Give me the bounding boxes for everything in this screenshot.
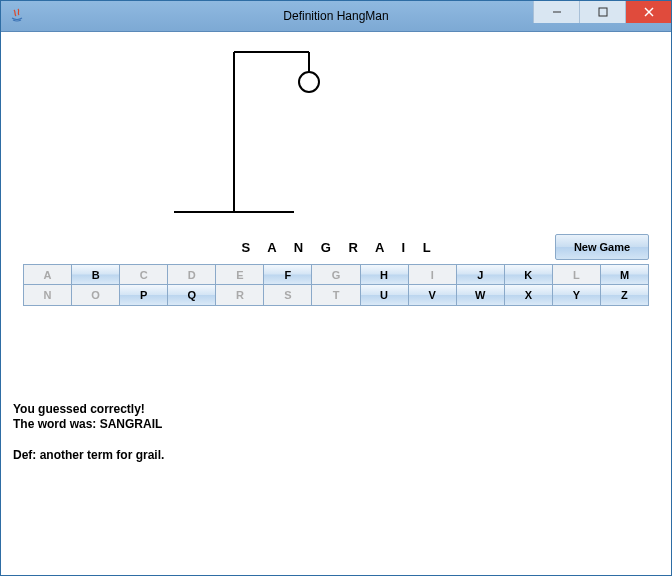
definition-line: Def: another term for grail. xyxy=(13,448,164,463)
letter-button-m[interactable]: M xyxy=(600,264,649,285)
letter-button-h[interactable]: H xyxy=(360,264,409,285)
letter-button-k[interactable]: K xyxy=(504,264,553,285)
letter-button-p[interactable]: P xyxy=(119,284,168,306)
letter-button-d: D xyxy=(167,264,216,285)
letter-button-l: L xyxy=(552,264,601,285)
letter-button-j[interactable]: J xyxy=(456,264,505,285)
letter-button-i: I xyxy=(408,264,457,285)
letter-button-r: R xyxy=(215,284,264,306)
letter-button-w[interactable]: W xyxy=(456,284,505,306)
status-line-2: The word was: SANGRAIL xyxy=(13,417,164,432)
new-game-button[interactable]: New Game xyxy=(555,234,649,260)
letter-button-c: C xyxy=(119,264,168,285)
letter-button-s: S xyxy=(263,284,312,306)
letter-row-1: ABCDEFGHIJKLM xyxy=(23,264,649,285)
close-button[interactable] xyxy=(625,1,671,23)
letter-button-f[interactable]: F xyxy=(263,264,312,285)
window-controls xyxy=(533,1,671,23)
letter-button-y[interactable]: Y xyxy=(552,284,601,306)
letter-button-z[interactable]: Z xyxy=(600,284,649,306)
letter-grid: ABCDEFGHIJKLM NOPQRSTUVWXYZ xyxy=(23,264,649,306)
java-icon xyxy=(9,8,25,24)
status-messages: You guessed correctly! The word was: SAN… xyxy=(13,402,164,463)
letter-button-a: A xyxy=(23,264,72,285)
letter-button-x[interactable]: X xyxy=(504,284,553,306)
letter-button-v[interactable]: V xyxy=(408,284,457,306)
maximize-button[interactable] xyxy=(579,1,625,23)
letter-button-b[interactable]: B xyxy=(71,264,120,285)
letter-button-t: T xyxy=(311,284,360,306)
gallows-drawing xyxy=(164,42,364,222)
letter-button-o: O xyxy=(71,284,120,306)
letter-button-g: G xyxy=(311,264,360,285)
letter-button-n: N xyxy=(23,284,72,306)
app-window: Definition HangMan xyxy=(0,0,672,576)
letter-button-u[interactable]: U xyxy=(360,284,409,306)
client-area: S A N G R A I L New Game ABCDEFGHIJKLM N… xyxy=(9,32,663,567)
letter-button-e: E xyxy=(215,264,264,285)
letter-button-q[interactable]: Q xyxy=(167,284,216,306)
titlebar: Definition HangMan xyxy=(1,1,671,32)
minimize-button[interactable] xyxy=(533,1,579,23)
status-line-1: You guessed correctly! xyxy=(13,402,164,417)
svg-rect-1 xyxy=(599,8,607,16)
letter-row-2: NOPQRSTUVWXYZ xyxy=(23,285,649,306)
svg-point-8 xyxy=(299,72,319,92)
